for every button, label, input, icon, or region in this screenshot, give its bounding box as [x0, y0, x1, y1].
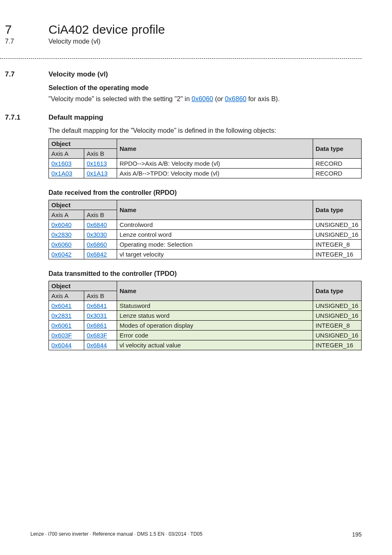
link-object[interactable]: 0x6061: [51, 322, 71, 329]
table-row: 0x6040 0x6840 Controlword UNSIGNED_16: [49, 220, 362, 230]
th-axis-a: Axis A: [49, 210, 84, 220]
link-object[interactable]: 0x6841: [87, 302, 107, 309]
section-number: 7.7: [0, 70, 15, 78]
link-object[interactable]: 0x6842: [87, 251, 107, 258]
th-axis-b: Axis B: [84, 149, 117, 159]
link-object[interactable]: 0x1A03: [51, 170, 72, 177]
link-object[interactable]: 0x2831: [51, 312, 71, 319]
chapter-number: 7: [0, 23, 12, 36]
tpdo-heading: Data transmitted to the controller (TPDO…: [48, 270, 362, 278]
cell-type: INTEGER_16: [313, 340, 361, 350]
cell-type: UNSIGNED_16: [313, 301, 361, 311]
footer-page-number: 195: [352, 531, 362, 538]
th-datatype: Data type: [313, 139, 362, 159]
link-object[interactable]: 0x1613: [87, 160, 107, 167]
th-object: Object: [49, 139, 117, 149]
chapter-title: CiA402 device profile: [48, 22, 165, 37]
link-object[interactable]: 0x6040: [51, 221, 71, 228]
sub-number: 7.7: [0, 38, 14, 45]
sub-title: Velocity mode (vl): [48, 38, 100, 45]
link-object[interactable]: 0x6060: [51, 241, 71, 248]
cell-type: RECORD: [313, 169, 362, 178]
link-object[interactable]: 0x603F: [51, 332, 72, 339]
link-object[interactable]: 0x683F: [87, 332, 107, 339]
link-object[interactable]: 0x6041: [51, 302, 71, 309]
link-0x6860[interactable]: 0x6860: [225, 95, 247, 102]
cell-name: RPDO-->Axis A/B: Velocity mode (vl): [117, 159, 313, 169]
cell-type: INTEGER_16: [313, 250, 361, 259]
cell-name: Statusword: [117, 301, 313, 311]
th-object: Object: [49, 200, 117, 210]
rpdo-heading: Date received from the controller (RPDO): [48, 189, 362, 197]
table-row: 0x2831 0x3031 Lenze status word UNSIGNED…: [49, 311, 362, 321]
table-row: 0x6060 0x6860 Operating mode: Selection …: [49, 240, 362, 250]
table-row: 0x6041 0x6841 Statusword UNSIGNED_16: [49, 301, 362, 311]
cell-name: Modes of operation display: [117, 321, 313, 331]
cell-name: vl target velocity: [117, 250, 313, 259]
link-object[interactable]: 0x6044: [51, 342, 71, 349]
link-object[interactable]: 0x1603: [51, 160, 71, 167]
cell-type: UNSIGNED_16: [313, 311, 361, 321]
table-row: 0x6042 0x6842 vl target velocity INTEGER…: [49, 250, 362, 259]
selection-heading: Selection of the operating mode: [48, 84, 362, 92]
default-mapping-table: Object Name Data type Axis A Axis B 0x16…: [48, 139, 362, 178]
cell-name: Error code: [117, 331, 313, 340]
link-object[interactable]: 0x6844: [87, 342, 107, 349]
link-object[interactable]: 0x6042: [51, 251, 71, 258]
section-number-7-7-1: 7.7.1: [0, 113, 21, 121]
th-datatype: Data type: [313, 200, 361, 220]
cell-type: INTEGER_8: [313, 240, 361, 250]
cell-name: Lenze status word: [117, 311, 313, 321]
cell-name: Controlword: [117, 220, 313, 230]
cell-name: Lenze control word: [117, 230, 313, 240]
separator-dashed: [0, 58, 362, 59]
table-row: 0x6044 0x6844 vl velocity actual value I…: [49, 340, 362, 350]
section-title-7-7-1: Default mapping: [48, 113, 103, 122]
default-mapping-intro: The default mapping for the "Velocity mo…: [48, 126, 362, 135]
link-object[interactable]: 0x1A13: [87, 170, 108, 177]
rpdo-table: Object Name Data type Axis A Axis B 0x60…: [48, 200, 362, 259]
link-0x6060[interactable]: 0x6060: [191, 95, 213, 102]
cell-type: INTEGER_8: [313, 321, 361, 331]
cell-type: UNSIGNED_16: [313, 230, 361, 240]
table-row: 0x1603 0x1613 RPDO-->Axis A/B: Velocity …: [49, 159, 362, 169]
cell-name: Operating mode: Selection: [117, 240, 313, 250]
cell-type: RECORD: [313, 159, 362, 169]
link-object[interactable]: 0x2830: [51, 231, 71, 238]
link-object[interactable]: 0x3030: [87, 231, 107, 238]
footer-left: Lenze · i700 servo inverter · Reference …: [30, 531, 203, 538]
th-axis-a: Axis A: [49, 291, 84, 301]
cell-name: Axis A/B-->TPDO: Velocity mode (vl): [117, 169, 313, 178]
link-object[interactable]: 0x3031: [87, 312, 107, 319]
th-axis-a: Axis A: [49, 149, 84, 159]
table-row: 0x6061 0x6861 Modes of operation display…: [49, 321, 362, 331]
selection-text: "Velocity mode" is selected with the set…: [48, 94, 362, 104]
th-name: Name: [117, 200, 313, 220]
cell-type: UNSIGNED_16: [313, 220, 361, 230]
th-axis-b: Axis B: [84, 210, 117, 220]
table-row: 0x2830 0x3030 Lenze control word UNSIGNE…: [49, 230, 362, 240]
th-name: Name: [117, 139, 313, 159]
th-object: Object: [49, 281, 117, 291]
th-datatype: Data type: [313, 281, 361, 301]
tpdo-table: Object Name Data type Axis A Axis B 0x60…: [48, 281, 362, 350]
th-axis-b: Axis B: [84, 291, 117, 301]
table-row: 0x1A03 0x1A13 Axis A/B-->TPDO: Velocity …: [49, 169, 362, 178]
link-object[interactable]: 0x6861: [87, 322, 107, 329]
link-object[interactable]: 0x6860: [87, 241, 107, 248]
link-object[interactable]: 0x6840: [87, 221, 107, 228]
table-row: 0x603F 0x683F Error code UNSIGNED_16: [49, 331, 362, 340]
page-footer: Lenze · i700 servo inverter · Reference …: [30, 531, 362, 538]
th-name: Name: [117, 281, 313, 301]
section-title: Velocity mode (vl): [48, 70, 108, 79]
cell-type: UNSIGNED_16: [313, 331, 361, 340]
cell-name: vl velocity actual value: [117, 340, 313, 350]
